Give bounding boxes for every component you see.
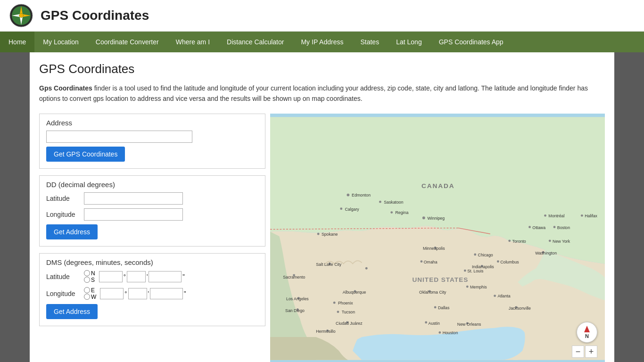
svg-point-19 xyxy=(422,216,425,219)
left-panel: Address Get GPS Coordinates DD (decimal … xyxy=(39,114,270,362)
nav-lat-long[interactable]: Lat Long xyxy=(388,32,430,52)
nav-my-location[interactable]: My Location xyxy=(34,32,87,52)
dms-section: DMS (degrees, minutes, seconds) Latitude… xyxy=(39,253,265,326)
main-content: GPS Coordinates Gps Coordinates finder i… xyxy=(30,52,614,362)
svg-point-44 xyxy=(421,260,423,263)
dms-lon-sec-sym: " xyxy=(184,290,186,297)
dms-lon-min-input[interactable] xyxy=(128,288,147,299)
svg-text:Montréal: Montréal xyxy=(548,214,564,218)
svg-point-60 xyxy=(474,253,476,255)
svg-text:Calgary: Calgary xyxy=(345,206,360,211)
nav-coordinate-converter[interactable]: Coordinate Converter xyxy=(87,32,167,52)
dms-lat-sec-input[interactable] xyxy=(149,271,182,282)
svg-text:Columbus: Columbus xyxy=(500,260,519,264)
svg-point-50 xyxy=(425,321,427,323)
svg-text:Oklahoma City: Oklahoma City xyxy=(419,289,446,294)
svg-text:Dallas: Dallas xyxy=(438,305,450,310)
nav-states[interactable]: States xyxy=(352,32,388,52)
address-input[interactable] xyxy=(46,131,192,143)
svg-point-37 xyxy=(337,311,339,313)
description-rest: finder is a tool used to find the latitu… xyxy=(39,84,588,102)
map-svg: Edmonton Calgary Saskatoon Regina Winnip… xyxy=(270,114,605,362)
dd-latitude-input[interactable] xyxy=(84,192,183,205)
svg-text:New York: New York xyxy=(553,239,570,244)
dms-lat-min-sym: ' xyxy=(147,273,148,280)
dms-lon-deg-input[interactable] xyxy=(100,288,124,299)
content-area: Address Get GPS Coordinates DD (decimal … xyxy=(39,114,605,362)
map-panel[interactable]: Edmonton Calgary Saskatoon Regina Winnip… xyxy=(270,114,605,362)
svg-text:Memphis: Memphis xyxy=(470,285,487,289)
svg-text:Los Angeles: Los Angeles xyxy=(286,296,309,301)
svg-text:Phoenix: Phoenix xyxy=(338,301,353,305)
dd-longitude-label: Longitude xyxy=(46,211,84,218)
dd-get-address-button[interactable]: Get Address xyxy=(46,224,98,239)
address-section: Address Get GPS Coordinates xyxy=(39,114,265,169)
dd-section-label: DD (decimal degrees) xyxy=(46,181,258,189)
dms-get-address-button[interactable]: Get Address xyxy=(46,304,98,319)
svg-point-43 xyxy=(365,267,368,270)
dd-longitude-input[interactable] xyxy=(84,208,183,221)
page-title: GPS Coordinates xyxy=(39,62,605,76)
lat-direction-group: N S xyxy=(84,270,95,283)
lat-n-radio[interactable] xyxy=(84,270,90,276)
svg-text:CANADA: CANADA xyxy=(421,182,455,189)
svg-text:Indianapolis: Indianapolis xyxy=(472,264,494,269)
svg-point-76 xyxy=(549,239,551,242)
svg-point-15 xyxy=(379,201,381,203)
address-section-label: Address xyxy=(46,119,258,127)
svg-point-23 xyxy=(317,233,320,235)
nav-distance-calculator[interactable]: Distance Calculator xyxy=(218,32,292,52)
navigation: Home My Location Coordinate Converter Wh… xyxy=(0,32,644,52)
dms-lat-sec-sym: " xyxy=(182,273,185,280)
svg-text:Austin: Austin xyxy=(429,321,440,326)
svg-text:UNITED STATES: UNITED STATES xyxy=(413,276,469,283)
dms-longitude-label: Longitude xyxy=(46,290,84,297)
svg-point-13 xyxy=(340,207,342,210)
svg-text:Toronto: Toronto xyxy=(512,239,526,244)
svg-text:New Orleans: New Orleans xyxy=(457,322,481,327)
svg-text:Spokane: Spokane xyxy=(322,232,338,237)
svg-text:Chicago: Chicago xyxy=(478,253,493,257)
dms-longitude-row: Longitude E W ° ' xyxy=(46,287,258,300)
dms-lat-deg-sym: ° xyxy=(124,273,126,280)
dms-lon-min-sym: ' xyxy=(148,290,149,297)
lat-n-text: N xyxy=(91,270,95,277)
site-title: GPS Coordinates xyxy=(41,8,149,23)
svg-text:Albuquerque: Albuquerque xyxy=(343,289,366,294)
get-gps-coordinates-button[interactable]: Get GPS Coordinates xyxy=(46,147,125,162)
address-row xyxy=(46,131,258,143)
nav-my-ip-address[interactable]: My IP Address xyxy=(292,32,352,52)
svg-point-72 xyxy=(528,226,531,228)
lat-s-label[interactable]: S xyxy=(84,277,95,283)
lat-n-label[interactable]: N xyxy=(84,270,95,277)
svg-point-56 xyxy=(466,285,469,288)
lat-s-radio[interactable] xyxy=(84,277,90,283)
compass-n-label: N xyxy=(585,333,589,339)
lon-e-label[interactable]: E xyxy=(84,287,96,294)
lon-w-label[interactable]: W xyxy=(84,294,96,300)
lon-w-radio[interactable] xyxy=(84,294,90,300)
dms-lon-sec-input[interactable] xyxy=(150,288,183,299)
svg-text:Edmonton: Edmonton xyxy=(352,193,371,197)
dms-lon-deg-sym: ° xyxy=(124,290,127,297)
dd-latitude-label: Latitude xyxy=(46,195,84,202)
nav-where-am-i[interactable]: Where am I xyxy=(167,32,218,52)
nav-gps-app[interactable]: GPS Coordinates App xyxy=(430,32,512,52)
svg-text:Houston: Houston xyxy=(443,330,458,335)
svg-point-48 xyxy=(434,306,437,308)
dms-section-label: DMS (degrees, minutes, seconds) xyxy=(46,258,258,266)
dms-lat-min-input[interactable] xyxy=(127,271,146,282)
svg-point-74 xyxy=(553,226,556,228)
zoom-in-button[interactable]: + xyxy=(585,346,597,358)
lon-e-text: E xyxy=(91,287,95,294)
svg-text:Ciudad Juárez: Ciudad Juárez xyxy=(336,321,363,326)
zoom-out-button[interactable]: − xyxy=(572,346,584,358)
svg-text:Minneapolis: Minneapolis xyxy=(423,246,445,251)
nav-home[interactable]: Home xyxy=(0,32,34,52)
svg-point-52 xyxy=(438,331,441,334)
dd-latitude-row: Latitude xyxy=(46,192,258,205)
lon-e-radio[interactable] xyxy=(84,287,90,293)
dms-lat-deg-input[interactable] xyxy=(99,271,123,282)
svg-text:San Diego: San Diego xyxy=(285,308,305,313)
lon-direction-group: E W xyxy=(84,287,96,300)
